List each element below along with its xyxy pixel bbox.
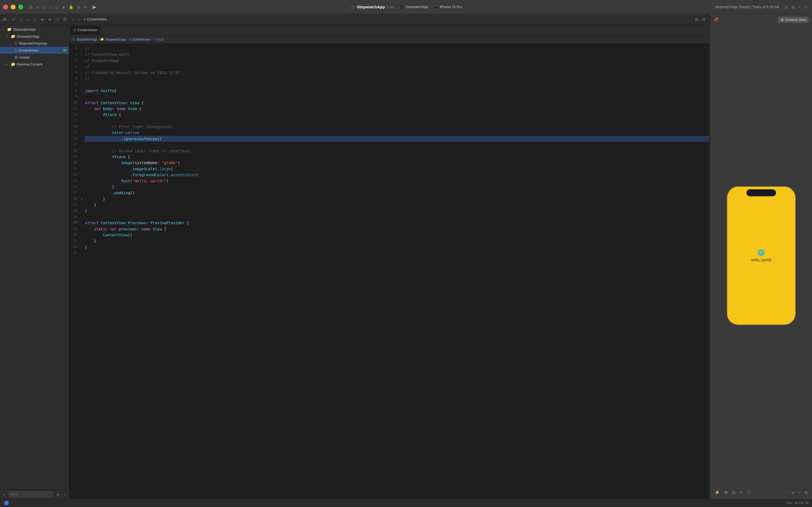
layout-button[interactable]: ⊟	[76, 4, 81, 10]
pin-button[interactable]: 📌	[713, 17, 719, 22]
report-navigator-icon[interactable]: ☰	[62, 17, 68, 22]
hierarchy-button[interactable]: ≡	[36, 4, 40, 10]
issue-navigator-icon[interactable]: △	[33, 17, 38, 22]
breadcrumb-body[interactable]: body	[157, 38, 164, 41]
code-line-14: // First layer (background)	[85, 124, 709, 130]
code-line-23: Text("Hello, world!")	[85, 178, 709, 184]
app-name: StopwatchApp	[357, 5, 385, 9]
code-line-10: struct ContentView: View {	[85, 100, 709, 106]
related-items-button[interactable]: ⊞	[694, 17, 699, 22]
line-numbers: 12345 678910 1112131415 1617181920 21222…	[69, 44, 81, 499]
filter-input[interactable]	[9, 492, 53, 497]
breakpoint-navigator-icon[interactable]: ⬡	[55, 17, 60, 22]
sidebar-item-stopwatchappapp[interactable]: S StopwatchAppApp	[0, 40, 69, 47]
sidebar-toggle-button[interactable]: ⊞	[28, 4, 34, 10]
sidebar-item-assets[interactable]: ⊞ Assets	[0, 54, 69, 61]
code-editor[interactable]: 12345 678910 1112131415 1617181920 21222…	[69, 44, 709, 499]
hello-text: Hello, world!	[751, 258, 771, 262]
breadcrumb-sep-2: ›	[127, 38, 128, 41]
zoom-reset-button[interactable]: ⊞	[803, 490, 809, 495]
code-line-1: //	[85, 46, 709, 52]
code-line-8: import SwiftUI	[85, 88, 709, 94]
lock-button[interactable]: 🔒	[68, 4, 74, 10]
inspect-button[interactable]: ◻	[41, 4, 47, 10]
sidebar-item-stopwatchapp-folder[interactable]: ▾ 📁 StopwatchApp	[0, 33, 69, 40]
chevron-down-icon: ▾	[2, 27, 6, 31]
code-line-33: }	[85, 238, 709, 244]
breadcrumb-stopwatchapp[interactable]: StopwatchApp	[76, 38, 97, 41]
breadcrumb-file-icon: S	[129, 38, 131, 41]
code-line-21: .imageScale(.large)	[85, 166, 709, 172]
code-line-29	[85, 214, 709, 220]
zoom-out-button[interactable]: −	[785, 490, 789, 495]
warning-button[interactable]: △	[54, 4, 59, 10]
test-navigator-icon[interactable]: ◈	[40, 17, 45, 22]
add-file-button[interactable]: +	[2, 492, 6, 497]
code-line-34: }	[85, 244, 709, 250]
code-line-9	[85, 94, 709, 100]
editor-area: ‹ › S ContentView ⊞ ⊟ S ContentView ⬡ St…	[69, 14, 709, 499]
preview-info-button[interactable]: ⓘ	[745, 489, 752, 496]
zoom-fit-button[interactable]: ⊕	[791, 490, 796, 495]
breadcrumb-folder-icon: 📁	[100, 38, 104, 41]
preview-layout-button[interactable]: ⊞	[723, 489, 729, 496]
breadcrumb-project-icon: ⬡	[72, 38, 75, 41]
preview-toolbar: 📌 🖥 Content View	[710, 14, 812, 26]
sidebar-tree: ▾ 📁 StopwatchApp ▾ 📁 StopwatchApp S Stop…	[0, 25, 69, 489]
title-bar: ⊞ ≡ ◻ ⌕ △ ◈ 🔒 ⊟ ↩ ▶ ⬡ StopwatchApp main …	[0, 0, 812, 14]
forward-button[interactable]: ›	[77, 17, 80, 22]
phone-screen: 🌐 Hello, world!	[727, 187, 795, 325]
sidebar-item-contentview[interactable]: S ContentView M	[0, 47, 69, 54]
close-button[interactable]	[3, 5, 8, 9]
split-vertical-button[interactable]: ⊞	[791, 4, 796, 10]
file-inspector-icon[interactable]: ◻	[18, 17, 24, 22]
preview-title-icon: 🖥	[780, 18, 784, 22]
split-horizontal-button[interactable]: ⊟	[784, 4, 789, 10]
filter-options-button[interactable]: ◎	[55, 492, 61, 497]
window-controls	[3, 5, 23, 9]
source-control-icon[interactable]: ⎇	[10, 17, 16, 22]
sort-button[interactable]: ↕	[63, 492, 67, 497]
code-line-27: }	[85, 202, 709, 208]
code-line-15: Color.yellow	[85, 130, 709, 135]
editor-toolbar: ‹ › S ContentView ⊞ ⊟	[69, 14, 709, 25]
assistant-editor-button[interactable]: ⊟	[701, 17, 707, 22]
code-line-26: }	[85, 196, 709, 202]
minimize-button[interactable]	[11, 5, 15, 9]
folder-icon[interactable]: ⊞	[2, 16, 8, 22]
content-view-button[interactable]: 🖥 Content View	[777, 17, 809, 23]
code-content[interactable]: // // ContentView.swift // StopwatchApp …	[81, 44, 709, 499]
code-line-30: struct ContentView_Previews: PreviewProv…	[85, 220, 709, 226]
debug-button[interactable]: ◈	[61, 4, 66, 10]
debug-navigator-icon[interactable]: ≋	[47, 17, 52, 22]
swift-file-icon: S	[14, 41, 17, 45]
run-button[interactable]: ▶	[93, 4, 97, 10]
back-button[interactable]: ‹	[71, 17, 75, 22]
modified-badge: M	[63, 49, 67, 52]
search-button[interactable]: ⌕	[48, 4, 53, 10]
breadcrumb-folder[interactable]: StopwatchApp	[105, 38, 126, 41]
add-tab-button[interactable]: +	[798, 4, 802, 10]
folder-icon: 📁	[11, 34, 15, 39]
code-line-7	[85, 81, 709, 88]
preview-live-button[interactable]: ⚡	[713, 489, 721, 496]
swift-file-icon: S	[14, 48, 17, 52]
contentview-tab[interactable]: S ContentView	[70, 25, 101, 35]
preview-grid-button[interactable]: ⊟	[731, 489, 737, 496]
sidebar-item-stopwatchapp-root[interactable]: ▾ 📁 StopwatchApp	[0, 26, 69, 33]
code-line-32: ContentView()	[85, 232, 709, 238]
preview-list-button[interactable]: ≡	[739, 489, 743, 496]
sidebar-item-preview-content[interactable]: ▸ 📁 Preview Content	[0, 61, 69, 68]
sidebar-item-label: Assets	[19, 55, 67, 59]
fullscreen-button[interactable]: ⤢	[803, 4, 809, 10]
source-button[interactable]: ↩	[83, 4, 89, 10]
preview-title-label: Content View	[786, 18, 806, 22]
breadcrumb-file[interactable]: ContentView	[132, 38, 151, 41]
code-line-25: .padding()	[85, 190, 709, 196]
zoom-in-button[interactable]: +	[798, 490, 802, 495]
sidebar-toolbar: ⊞ ⎇ ◻ ⌕ △ ◈ ≋ ⬡ ☰	[0, 14, 69, 25]
sidebar-item-label: StopwatchApp	[17, 35, 67, 39]
code-line-12: ZStack {	[85, 112, 709, 118]
maximize-button[interactable]	[18, 5, 23, 9]
search-navigator-icon[interactable]: ⌕	[26, 17, 31, 22]
